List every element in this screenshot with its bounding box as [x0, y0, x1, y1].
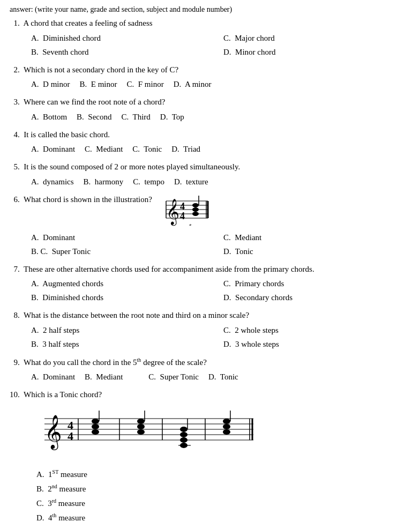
svg-point-39 — [180, 443, 188, 448]
svg-point-44 — [223, 429, 230, 435]
question-6-choices: A. Dominant C. Mediant B. C. Super Tonic… — [31, 231, 410, 258]
svg-text:𝄞: 𝄞 — [44, 415, 62, 450]
choice-4c2: C. Tonic — [132, 143, 162, 155]
choice-6d: D. Tonic — [223, 245, 410, 258]
svg-point-26 — [92, 424, 99, 429]
choice-1c: C. Major chord — [223, 32, 410, 44]
question-2: 2. Which is not a secondary chord in the… — [10, 64, 410, 91]
svg-point-43 — [223, 424, 230, 429]
question-9-text: 9. What do you call the chord in the 5th… — [10, 356, 410, 369]
question-8-text: 8. What is the distance between the root… — [10, 309, 410, 322]
choice-4d: D. Triad — [171, 143, 200, 155]
choice-2b: B. E minor — [80, 78, 117, 91]
question-1-choices: A. Diminished chord C. Major chord B. Se… — [31, 32, 410, 58]
choice-7a: A. Augmented chords — [31, 277, 218, 290]
question-7-choices: A. Augmented chords C. Primary chords B.… — [31, 277, 410, 304]
svg-point-30 — [137, 419, 145, 424]
question-6-text: 6. What chord is shown in the illustrati… — [10, 193, 410, 229]
question-2-text: 2. Which is not a secondary chord in the… — [10, 64, 410, 76]
choice-3d: D. Top — [160, 110, 184, 123]
choice-2d: D. A minor — [174, 78, 212, 91]
svg-point-8 — [192, 203, 199, 207]
question-4-choices: A. Dominant C. Mediant C. Tonic D. Triad — [31, 143, 410, 155]
question-3: 3. Where can we find the root note of a … — [10, 96, 410, 123]
page-header: answer: (write your name, grade and sect… — [10, 5, 410, 14]
question-4: 4. It is called the basic chord. A. Domi… — [10, 129, 410, 156]
svg-text:𝄞: 𝄞 — [166, 199, 179, 226]
choice-5a: A. dynamics — [31, 175, 74, 188]
choice-4c1: C. Mediant — [85, 143, 123, 155]
choice-3c: C. Third — [122, 110, 151, 123]
choice-4a: A. Dominant — [31, 143, 75, 155]
music-staff-large: 𝄞 4 4 — [42, 405, 256, 459]
question-3-text: 3. Where can we find the root note of a … — [10, 96, 410, 108]
svg-point-37 — [180, 437, 188, 443]
question-3-choices: A. Bottom B. Second C. Third D. Top — [31, 110, 410, 123]
choice-10d: D. 4th measure — [36, 511, 410, 525]
choice-5b: B. harmony — [84, 175, 124, 188]
question-5: 5. It is the sound composed of 2 or more… — [10, 161, 410, 188]
svg-text:4: 4 — [180, 201, 185, 212]
question-1: 1. A chord that creates a feeling of sad… — [10, 17, 410, 58]
question-7: 7. These are other alternative chords us… — [10, 263, 410, 304]
question-9: 9. What do you call the chord in the 5th… — [10, 356, 410, 384]
choice-2a: A. D minor — [31, 78, 70, 91]
question-8: 8. What is the distance between the root… — [10, 309, 410, 351]
choice-8c: C. 2 whole steps — [223, 324, 410, 337]
choice-8d: D. 3 whole steps — [223, 338, 410, 351]
question-4-text: 4. It is called the basic chord. — [10, 129, 410, 141]
svg-point-32 — [137, 429, 145, 435]
question-7-text: 7. These are other alternative chords us… — [10, 263, 410, 275]
svg-point-25 — [92, 419, 99, 424]
question-10: 10. Which is a Tonic chord? 𝄞 4 4 — [10, 389, 410, 525]
choice-7c: C. Primary chords — [223, 277, 410, 290]
choice-6b: B. C. Super Tonic — [31, 245, 218, 258]
choice-10a: A. 1ST measure — [36, 467, 410, 482]
choice-2c: C. F minor — [127, 78, 164, 91]
question-8-choices: A. 2 half steps C. 2 whole steps B. 3 ha… — [31, 324, 410, 351]
choice-6c: C. Mediant — [223, 231, 410, 244]
svg-text:𝅗: 𝅗 — [189, 224, 191, 226]
svg-point-9 — [192, 207, 199, 212]
music-staff-illustration-small: 𝄞 4 4 𝅗 — [161, 191, 209, 229]
question-6: 6. What chord is shown in the illustrati… — [10, 193, 410, 258]
choice-9c: C. Super Tonic — [148, 370, 199, 383]
choice-1a: A. Diminished chord — [31, 32, 218, 44]
choice-1d: D. Minor chord — [223, 46, 410, 58]
question-5-choices: A. dynamics B. harmony C. tempo D. textu… — [31, 175, 410, 188]
choice-6a: A. Dominant — [31, 231, 218, 244]
question-9-choices: A. Dominant B. Mediant C. Super Tonic D.… — [31, 370, 410, 383]
choice-9a: A. Dominant — [31, 370, 75, 383]
question-1-text: 1. A chord that creates a feeling of sad… — [10, 17, 410, 29]
question-2-choices: A. D minor B. E minor C. F minor D. A mi… — [31, 78, 410, 91]
svg-point-35 — [180, 427, 188, 432]
svg-point-27 — [92, 429, 99, 435]
choice-9d: D. Tonic — [208, 370, 238, 383]
choice-8b: B. 3 half steps — [31, 338, 218, 351]
choice-3a: A. Bottom — [31, 110, 67, 123]
choice-1b: B. Seventh chord — [31, 46, 218, 58]
question-10-text: 10. Which is a Tonic chord? — [10, 389, 410, 401]
question-5-text: 5. It is the sound composed of 2 or more… — [10, 161, 410, 173]
svg-point-10 — [192, 212, 199, 216]
choice-5c: C. tempo — [133, 175, 164, 188]
choice-3b: B. Second — [77, 110, 111, 123]
svg-text:4: 4 — [68, 429, 73, 443]
choice-8a: A. 2 half steps — [31, 324, 218, 337]
svg-text:4: 4 — [180, 211, 185, 221]
svg-point-42 — [223, 419, 230, 424]
choice-7d: D. Secondary chords — [223, 291, 410, 304]
question-10-answers: A. 1ST measure B. 2nd measure C. 3rd mea… — [36, 467, 410, 525]
svg-point-36 — [180, 432, 188, 437]
choice-10c: C. 3rd measure — [36, 496, 410, 511]
choice-9b: B. Mediant — [85, 370, 123, 383]
choice-7b: B. Diminished chords — [31, 291, 218, 304]
svg-point-31 — [137, 424, 145, 429]
choice-10b: B. 2nd measure — [36, 482, 410, 496]
choice-5d: D. texture — [174, 175, 208, 188]
